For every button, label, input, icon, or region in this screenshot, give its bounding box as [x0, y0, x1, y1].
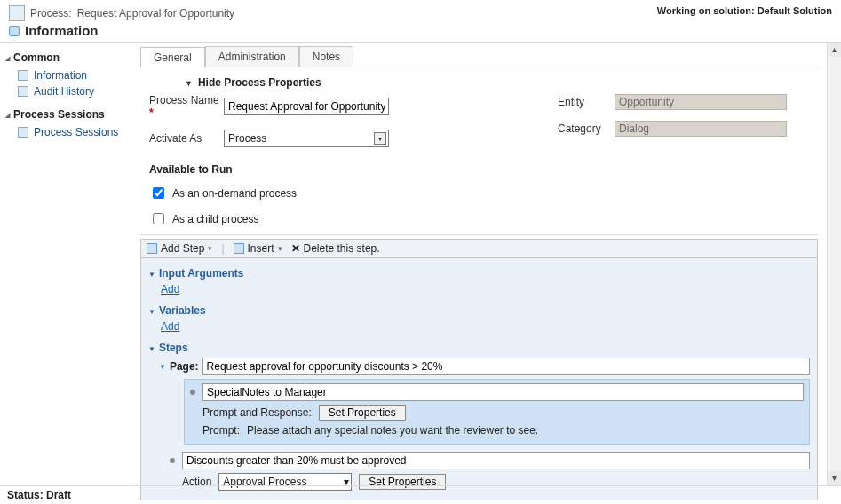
set-properties-button[interactable]: Set Properties [319, 405, 406, 421]
process-name-label: Process Name [149, 94, 224, 119]
solution-label: Working on solution: [657, 5, 755, 16]
entity-field: Opportunity [615, 94, 787, 110]
add-input-argument-link[interactable]: Add [161, 283, 179, 295]
child-process-label: As a child process [172, 213, 258, 225]
activate-as-label: Activate As [149, 132, 224, 145]
history-icon [18, 86, 28, 97]
activate-as-value: Process [228, 132, 266, 145]
bullet-icon [170, 458, 175, 463]
insert-label: Insert [248, 242, 274, 255]
bullet-icon [190, 390, 195, 395]
step-title-input[interactable] [182, 452, 810, 469]
scroll-up-button[interactable]: ▴ [828, 43, 841, 57]
hide-process-properties-toggle[interactable]: Hide Process Properties [185, 76, 818, 89]
tab-administration[interactable]: Administration [205, 46, 299, 67]
page-step-row[interactable]: ▼ Page: [159, 358, 810, 375]
info-icon [9, 26, 20, 36]
child-process-checkbox[interactable] [153, 213, 164, 224]
step-designer: Add Step | Insert ✕ Delete this step. [140, 239, 818, 500]
page-label: Page: [170, 360, 199, 373]
step-approval[interactable]: Action Approval Process ▾ Set Properties [170, 448, 810, 491]
category-field: Dialog [615, 121, 787, 137]
process-name-input[interactable] [224, 98, 389, 115]
input-arguments-section[interactable]: Input Arguments [148, 267, 810, 280]
insert-button[interactable]: Insert [234, 242, 282, 255]
sidebar-item-label: Audit History [34, 85, 94, 98]
tabs: General Administration Notes [140, 46, 818, 67]
status-value: Draft [46, 489, 71, 501]
chevron-down-icon: ▾ [374, 132, 386, 145]
solution-name: Default Solution [758, 5, 832, 16]
sessions-icon [18, 127, 28, 138]
chevron-down-icon: ▼ [159, 363, 166, 371]
variables-section[interactable]: Variables [148, 304, 810, 317]
divider [140, 234, 818, 235]
sidebar-item-label: Information [34, 69, 87, 82]
on-demand-checkbox[interactable] [153, 187, 164, 199]
process-icon [9, 5, 25, 21]
process-prefix: Process: [30, 7, 72, 20]
tab-general[interactable]: General [140, 47, 205, 67]
available-to-run-title: Available to Run [149, 163, 531, 176]
sidebar-item-audit-history[interactable]: Audit History [5, 83, 125, 99]
activate-as-select[interactable]: Process ▾ [224, 130, 389, 147]
steps-section[interactable]: Steps [148, 342, 810, 354]
header: Working on solution: Default Solution Pr… [0, 0, 841, 43]
designer-toolbar: Add Step | Insert ✕ Delete this step. [141, 240, 817, 258]
on-demand-label: As an on-demand process [172, 187, 297, 200]
status-bar: Status: Draft [0, 485, 841, 504]
add-step-label: Add Step [161, 242, 204, 255]
insert-icon [234, 243, 244, 254]
sidebar: Common Information Audit History Process… [0, 43, 131, 485]
tab-notes[interactable]: Notes [299, 46, 353, 67]
entity-label: Entity [558, 96, 615, 108]
sidebar-item-label: Process Sessions [34, 126, 118, 138]
delete-step-label: Delete this step. [304, 242, 380, 255]
vertical-scrollbar[interactable]: ▴ ▾ [827, 43, 841, 485]
sidebar-item-process-sessions[interactable]: Process Sessions [5, 124, 125, 140]
sidebar-group-common[interactable]: Common [5, 51, 125, 64]
status-label: Status: [7, 489, 44, 501]
step-specialnotes[interactable]: Prompt and Response: Set Properties Prom… [184, 379, 810, 445]
scroll-down-button[interactable]: ▾ [828, 471, 841, 485]
prompt-and-response-label: Prompt and Response: [202, 406, 312, 419]
category-label: Category [558, 122, 615, 135]
delete-icon: ✕ [291, 242, 300, 255]
add-variable-link[interactable]: Add [161, 320, 179, 333]
content-area: General Administration Notes Hide Proces… [131, 43, 827, 485]
sidebar-item-information[interactable]: Information [5, 67, 125, 83]
form-icon [18, 70, 28, 81]
separator: | [221, 242, 224, 255]
delete-step-button[interactable]: ✕ Delete this step. [291, 242, 380, 255]
step-title-input[interactable] [202, 383, 804, 401]
solution-indicator: Working on solution: Default Solution [657, 5, 832, 16]
sidebar-group-process-sessions[interactable]: Process Sessions [5, 108, 125, 121]
process-title: Request Approval for Opportunity [77, 7, 234, 20]
add-step-icon [147, 243, 157, 254]
page-title-input[interactable] [202, 358, 810, 375]
add-step-button[interactable]: Add Step [147, 242, 212, 255]
prompt-label: Prompt: [202, 424, 240, 437]
page-title: Information [25, 23, 99, 38]
prompt-text: Please attach any special notes you want… [247, 424, 538, 437]
